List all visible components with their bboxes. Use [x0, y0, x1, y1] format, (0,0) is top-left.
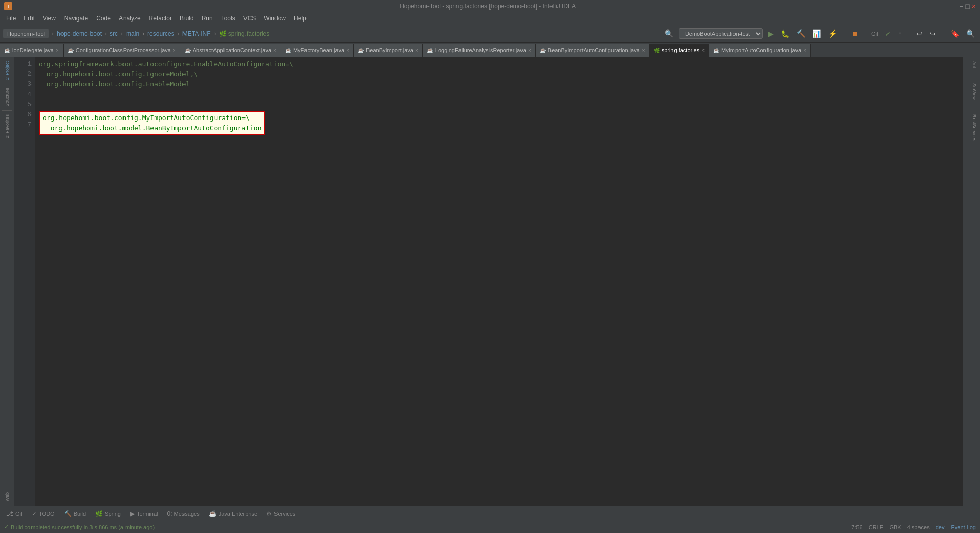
tab-close-spring[interactable]: × [701, 48, 705, 53]
build-button[interactable]: 🔨 [794, 28, 807, 39]
tab-label: ionDelegate.java [12, 47, 54, 53]
scroll-track[interactable] [963, 57, 968, 506]
run-button[interactable]: ▶ [766, 28, 776, 39]
sidebar-item-favorites[interactable]: 2: Favorites [4, 112, 11, 140]
bottom-tab-java-enterprise[interactable]: ☕ Java Enterprise [205, 508, 261, 519]
search-everywhere-icon[interactable]: 🔍 [663, 28, 676, 39]
window-title: Hopehomi-Tool - spring.factories [hope-d… [16, 3, 959, 10]
undo-button[interactable]: ↩ [914, 28, 925, 39]
find-button[interactable]: 🔍 [964, 28, 977, 39]
line-ending[interactable]: CRLF [869, 524, 883, 530]
menu-analyze[interactable]: Analyze [115, 14, 145, 23]
tab-close-5[interactable]: × [415, 48, 418, 53]
breadcrumb-sep-1: › [52, 30, 54, 37]
tab-close-8[interactable]: × [803, 48, 806, 53]
charset[interactable]: GBK [889, 524, 901, 530]
menu-build[interactable]: Build [176, 14, 198, 23]
redo-button[interactable]: ↪ [928, 28, 938, 39]
bottom-tab-terminal[interactable]: ▶ Terminal [126, 508, 162, 519]
right-sidebar-item-sciview[interactable]: SciView [971, 81, 978, 102]
breadcrumb-sep-3: › [121, 30, 123, 37]
status-bar: ✓ Build completed successfully in 3 s 86… [0, 521, 980, 533]
tab-my-import-auto[interactable]: ☕ MyImportAutoConfiguration.java × [709, 44, 811, 57]
tab-bean-by-import-auto[interactable]: ☕ BeanByImportAutoConfiguration.java × [536, 44, 650, 57]
bottom-tab-git[interactable]: ⎇ Git [2, 508, 26, 519]
window-controls[interactable]: I [4, 2, 12, 10]
tab-icon-java-8: ☕ [713, 48, 719, 53]
code-editor[interactable]: 1 2 3 4 5 6 7 org.springframework.boot.a… [14, 57, 968, 506]
menu-edit[interactable]: Edit [20, 14, 39, 23]
bottom-tab-git-label: Git [15, 511, 22, 517]
main-area: 1: Project Structure 2: Favorites Web 1 … [0, 57, 980, 506]
code-line-7: org.hopehomi.boot.model.BeanByImportAuto… [43, 123, 261, 133]
bottom-tab-build[interactable]: 🔨 Build [60, 508, 90, 519]
breadcrumb-meta-inf[interactable]: META-INF [182, 30, 211, 37]
line-col[interactable]: 7:56 [851, 524, 862, 530]
git-checkmark-button[interactable]: ✓ [883, 28, 893, 39]
right-sidebar-item-ant[interactable]: Ant [971, 59, 978, 70]
tab-spring-factories[interactable]: 🌿 spring.factories × [650, 44, 709, 57]
breadcrumb-src[interactable]: src [110, 30, 118, 37]
debug-button[interactable]: 🐛 [779, 28, 791, 39]
tab-icon-java-7: ☕ [540, 48, 546, 53]
tab-ion-delegate[interactable]: ☕ ionDelegate.java × [0, 44, 64, 57]
tab-close-7[interactable]: × [642, 48, 645, 53]
tab-logging-failure[interactable]: ☕ LoggingFailureAnalysisReporter.java × [423, 44, 536, 57]
tab-close-ion-delegate[interactable]: × [56, 48, 59, 53]
git-label: Git: [871, 31, 880, 37]
coverage-button[interactable]: 📊 [810, 28, 823, 39]
stop-button[interactable]: ⏹ [849, 28, 861, 39]
bottom-tab-messages[interactable]: 0: Messages [163, 508, 203, 519]
menu-help[interactable]: Help [290, 14, 311, 23]
menu-code[interactable]: Code [92, 14, 115, 23]
minimize-button[interactable]: − [959, 2, 963, 10]
breadcrumb-spring-factories[interactable]: 🌿 spring.factories [219, 30, 270, 37]
menu-view[interactable]: View [39, 14, 60, 23]
git-update-button[interactable]: ↑ [896, 28, 904, 39]
right-sidebar-item-rest[interactable]: RestServices [971, 112, 978, 143]
project-name-button[interactable]: Hopehomi-Tool [3, 29, 49, 38]
bottom-tab-services[interactable]: ⚙ Services [262, 508, 299, 519]
menu-window[interactable]: Window [260, 14, 290, 23]
git-branch[interactable]: dev [936, 524, 945, 530]
services-icon: ⚙ [266, 510, 272, 517]
menu-vcs[interactable]: VCS [239, 14, 260, 23]
maximize-button[interactable]: □ [965, 2, 969, 10]
indent[interactable]: 4 spaces [907, 524, 930, 530]
toolbar-separator-2 [866, 28, 866, 39]
sidebar-item-web[interactable]: Web [4, 490, 11, 504]
tab-bean-by-import[interactable]: ☕ BeanByImport.java × [354, 44, 423, 57]
tab-abstract-app-context[interactable]: ☕ AbstractApplicationContext.java × [180, 44, 281, 57]
menu-navigate[interactable]: Navigate [60, 14, 92, 23]
tab-close-4[interactable]: × [346, 48, 349, 53]
breadcrumb-main[interactable]: main [126, 30, 139, 37]
event-log[interactable]: Event Log [951, 524, 976, 530]
tab-close-3[interactable]: × [273, 48, 277, 53]
menu-file[interactable]: File [2, 14, 20, 23]
tab-my-factory-bean[interactable]: ☕ MyFactoryBean.java × [281, 44, 354, 57]
tab-close-2[interactable]: × [173, 48, 176, 53]
tab-configuration-class[interactable]: ☕ ConfigurationClassPostProcessor.java × [64, 44, 180, 57]
spring-icon: 🌿 [95, 510, 103, 517]
bottom-tab-todo[interactable]: ✓ TODO [27, 508, 59, 519]
bottom-tab-spring[interactable]: 🌿 Spring [91, 508, 125, 519]
menu-run[interactable]: Run [198, 14, 217, 23]
close-button[interactable]: × [972, 2, 976, 10]
window-right-controls[interactable]: − □ × [959, 2, 976, 10]
menu-tools[interactable]: Tools [217, 14, 239, 23]
code-content[interactable]: org.springframework.boot.autoconfigure.E… [35, 57, 963, 506]
line-numbers: 1 2 3 4 5 6 7 [14, 57, 35, 506]
sidebar-item-project[interactable]: 1: Project [4, 59, 11, 82]
bottom-tabs: ⎇ Git ✓ TODO 🔨 Build 🌿 Spring ▶ Terminal… [0, 506, 980, 521]
run-config-select[interactable]: DemoBootApplication-test [679, 28, 763, 39]
sidebar-item-structure[interactable]: Structure [4, 86, 11, 109]
breadcrumb-module[interactable]: hope-demo-boot [57, 30, 102, 37]
toolbar-separator-4 [943, 28, 943, 39]
breadcrumb-resources[interactable]: resources [147, 30, 174, 37]
bookmark-button[interactable]: 🔖 [948, 28, 961, 39]
profiler-button[interactable]: ⚡ [826, 28, 839, 39]
menu-refactor[interactable]: Refactor [145, 14, 176, 23]
tab-close-6[interactable]: × [528, 48, 531, 53]
bottom-tab-build-label: Build [74, 511, 86, 517]
code-line-2: org.hopehomi.boot.config.IgnoreModel,\ [39, 69, 959, 79]
